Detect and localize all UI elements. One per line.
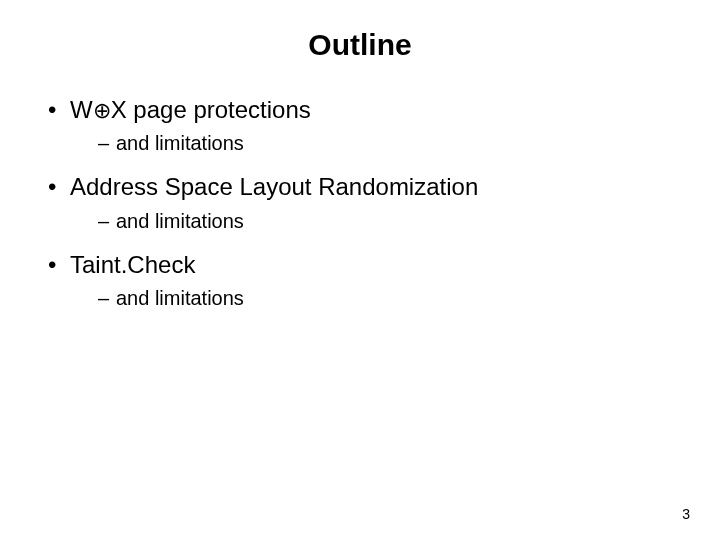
bullet-item-wx: W⊕X page protections and limitations xyxy=(48,94,680,157)
oplus-icon: ⊕ xyxy=(93,98,111,123)
bullet-text-after: X page protections xyxy=(111,96,311,123)
sub-item: and limitations xyxy=(98,285,680,312)
slide: Outline W⊕X page protections and limitat… xyxy=(0,0,720,540)
bullet-item-aslr: Address Space Layout Randomization and l… xyxy=(48,171,680,234)
sub-item-text: and limitations xyxy=(116,132,244,154)
bullet-text: Address Space Layout Randomization xyxy=(70,173,478,200)
bullet-item-taintcheck: Taint.Check and limitations xyxy=(48,249,680,312)
sub-item-text: and limitations xyxy=(116,287,244,309)
sub-item: and limitations xyxy=(98,208,680,235)
sub-item-text: and limitations xyxy=(116,210,244,232)
bullet-text: Taint.Check xyxy=(70,251,195,278)
page-number: 3 xyxy=(682,506,690,522)
bullet-text-before: W xyxy=(70,96,93,123)
slide-title: Outline xyxy=(40,28,680,62)
sub-item: and limitations xyxy=(98,130,680,157)
bullet-list: W⊕X page protections and limitations Add… xyxy=(40,94,680,312)
